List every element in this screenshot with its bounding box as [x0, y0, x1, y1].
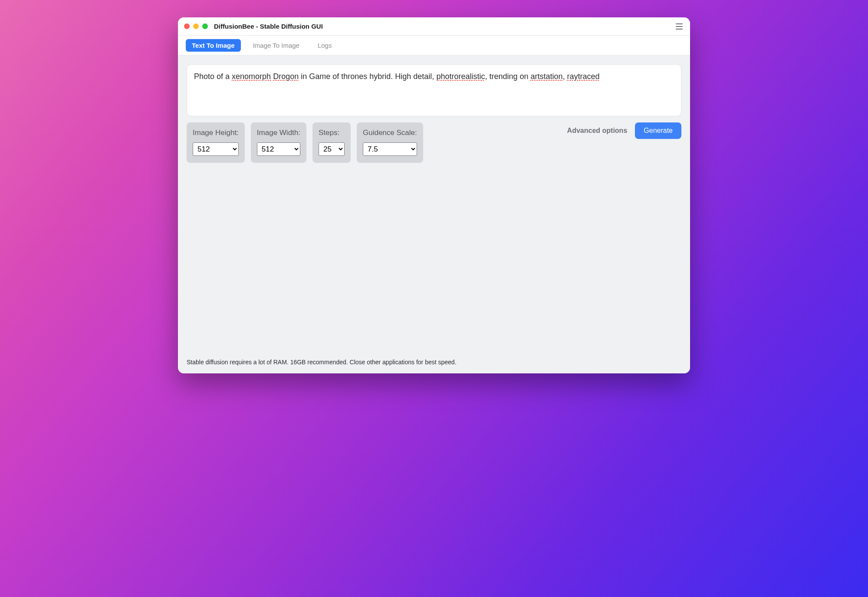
footer-note: Stable diffusion requires a lot of RAM. … [178, 353, 690, 373]
controls-row: Image Height: 512 Image Width: 512 Steps… [187, 122, 681, 163]
prompt-input[interactable]: Photo of a xenomorph Drogon in Game of t… [187, 64, 681, 116]
close-icon[interactable] [184, 23, 190, 29]
control-guidance: Guidence Scale: 7.5 [357, 122, 423, 163]
select-guidance[interactable]: 7.5 [363, 142, 417, 156]
app-window: DiffusionBee - Stable Diffusion GUI Text… [178, 17, 690, 373]
label-steps: Steps: [319, 129, 345, 137]
minimize-icon[interactable] [193, 23, 199, 29]
select-steps[interactable]: 25 [319, 142, 345, 156]
window-controls [184, 23, 208, 29]
content-area: Photo of a xenomorph Drogon in Game of t… [178, 56, 690, 353]
tab-logs[interactable]: Logs [312, 39, 338, 52]
select-image-width[interactable]: 512 [257, 142, 300, 156]
generate-button[interactable]: Generate [635, 122, 681, 139]
tab-text-to-image[interactable]: Text To Image [186, 39, 241, 52]
label-image-width: Image Width: [257, 129, 300, 137]
label-guidance: Guidence Scale: [363, 129, 417, 137]
control-image-width: Image Width: 512 [251, 122, 306, 163]
control-image-height: Image Height: 512 [187, 122, 245, 163]
menu-icon[interactable] [674, 22, 684, 31]
select-image-height[interactable]: 512 [193, 142, 239, 156]
control-steps: Steps: 25 [312, 122, 351, 163]
label-image-height: Image Height: [193, 129, 239, 137]
right-actions: Advanced options Generate [567, 122, 681, 139]
app-title: DiffusionBee - Stable Diffusion GUI [214, 23, 323, 30]
advanced-options-link[interactable]: Advanced options [567, 127, 628, 135]
titlebar: DiffusionBee - Stable Diffusion GUI [178, 17, 690, 36]
tabbar: Text To Image Image To Image Logs [178, 36, 690, 56]
maximize-icon[interactable] [202, 23, 208, 29]
tab-image-to-image[interactable]: Image To Image [247, 39, 306, 52]
